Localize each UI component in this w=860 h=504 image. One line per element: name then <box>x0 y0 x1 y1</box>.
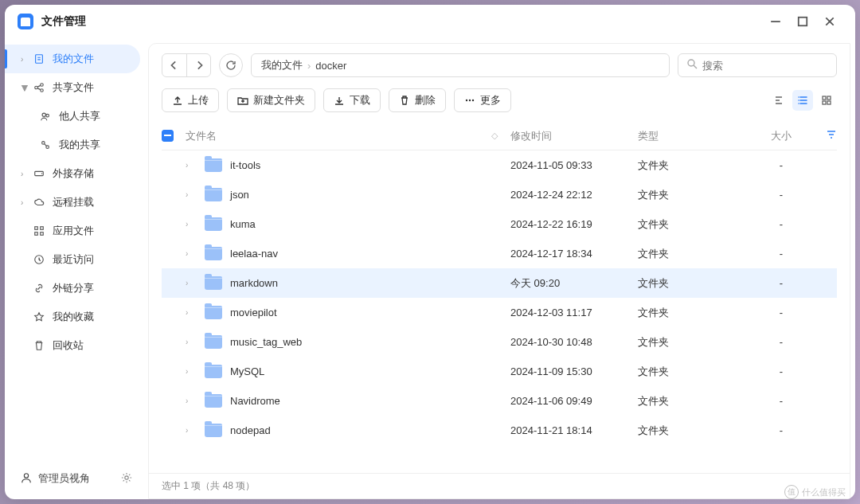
file-type: 文件夹 <box>638 306 749 320</box>
file-name: it-tools <box>230 159 260 171</box>
chevron-right-icon: › <box>186 367 198 376</box>
app-window: 文件管理 ›我的文件⯆共享文件他人共享我的共享›外接存储›远程挂载应用文件最近访… <box>5 5 855 499</box>
chevron-right-icon: › <box>186 249 198 258</box>
new-folder-button[interactable]: 新建文件夹 <box>227 88 315 112</box>
svg-point-9 <box>46 114 49 117</box>
hdd-icon <box>32 168 46 179</box>
svg-rect-16 <box>35 232 38 236</box>
svg-rect-27 <box>827 96 831 100</box>
upload-button[interactable]: 上传 <box>162 88 219 112</box>
svg-point-13 <box>41 173 42 174</box>
sidebar-item-9[interactable]: 我的收藏 <box>5 303 148 331</box>
file-mtime: 今天 09:20 <box>510 276 638 291</box>
file-mtime: 2024-12-03 11:17 <box>510 307 638 318</box>
file-name: MySQL <box>230 365 264 377</box>
download-button[interactable]: 下载 <box>323 88 381 112</box>
column-size[interactable]: 大小 <box>749 129 813 143</box>
back-button[interactable] <box>162 54 186 76</box>
search-box[interactable] <box>678 53 837 77</box>
svg-rect-26 <box>823 96 826 100</box>
list-view-button[interactable] <box>792 90 813 111</box>
select-all-checkbox[interactable] <box>162 130 174 142</box>
sidebar-item-label: 我的共享 <box>59 138 100 152</box>
table-row[interactable]: ›moviepilot2024-12-03 11:17文件夹- <box>162 298 837 327</box>
svg-rect-15 <box>41 227 44 230</box>
sidebar-item-3[interactable]: 我的共享 <box>5 131 148 159</box>
delete-button[interactable]: 删除 <box>389 88 446 112</box>
sidebar-item-6[interactable]: 应用文件 <box>5 217 148 245</box>
file-type: 文件夹 <box>638 247 749 261</box>
chevron-right-icon: › <box>186 426 198 435</box>
minimize-button[interactable] <box>769 15 782 28</box>
folder-icon <box>205 188 222 201</box>
file-mtime: 2024-11-21 18:14 <box>510 424 638 436</box>
folder-icon <box>205 335 222 349</box>
cloud-icon <box>32 197 46 208</box>
column-mtime[interactable]: 修改时间 <box>510 129 638 143</box>
sort-button[interactable] <box>768 90 789 111</box>
file-type: 文件夹 <box>638 188 749 202</box>
sidebar-item-label: 应用文件 <box>53 224 94 238</box>
watermark: 什么值得买 <box>784 485 846 499</box>
sort-icon: ◇ <box>491 131 498 141</box>
sidebar-item-0[interactable]: ›我的文件 <box>5 45 140 73</box>
file-type: 文件夹 <box>638 394 749 408</box>
forward-button[interactable] <box>186 54 210 76</box>
content-panel: 我的文件 › docker 上传 新建文件夹 下载 删除 更多 <box>148 43 850 499</box>
maximize-button[interactable] <box>796 15 809 28</box>
file-size: - <box>749 248 813 260</box>
column-name[interactable]: 文件名◇ <box>186 129 510 143</box>
filter-button[interactable] <box>813 129 837 143</box>
table-row[interactable]: ›kuma2024-12-22 16:19文件夹- <box>162 209 837 239</box>
file-type: 文件夹 <box>638 424 749 438</box>
titlebar: 文件管理 <box>5 5 855 38</box>
user-icon <box>21 472 32 486</box>
sidebar-item-10[interactable]: 回收站 <box>5 331 148 360</box>
sidebar-item-8[interactable]: 外链分享 <box>5 274 148 303</box>
table-row[interactable]: ›nodepad2024-11-21 18:14文件夹- <box>162 416 837 445</box>
chevron-right-icon: › <box>186 220 198 229</box>
table-row[interactable]: ›MySQL2024-11-09 15:30文件夹- <box>162 357 837 386</box>
more-button[interactable]: 更多 <box>454 88 511 112</box>
table-row[interactable]: ›markdown今天 09:20文件夹- <box>162 268 837 298</box>
sidebar-item-1[interactable]: ⯆共享文件 <box>5 73 148 102</box>
file-name: kuma <box>230 218 256 230</box>
sidebar-item-4[interactable]: ›外接存储 <box>5 159 148 188</box>
table-row[interactable]: ›music_tag_web2024-10-30 10:48文件夹- <box>162 327 837 357</box>
svg-rect-14 <box>35 227 38 230</box>
svg-rect-29 <box>827 101 831 104</box>
chevron-right-icon: › <box>186 338 198 346</box>
folder-icon <box>205 394 222 408</box>
close-button[interactable] <box>823 15 836 28</box>
grid-view-button[interactable] <box>816 90 837 111</box>
table-row[interactable]: ›json2024-12-24 22:12文件夹- <box>162 180 837 209</box>
file-size: - <box>749 189 813 201</box>
sidebar-item-label: 最近访问 <box>53 252 94 267</box>
folder-icon <box>205 365 222 378</box>
users-icon <box>38 111 53 122</box>
chevron-right-icon: › <box>186 308 198 317</box>
sidebar-item-5[interactable]: ›远程挂载 <box>5 188 148 217</box>
svg-point-11 <box>46 146 49 149</box>
refresh-button[interactable] <box>219 53 243 77</box>
sidebar-item-7[interactable]: 最近访问 <box>5 245 148 274</box>
sidebar-item-label: 远程挂载 <box>53 195 94 209</box>
sidebar-item-2[interactable]: 他人共享 <box>5 102 148 131</box>
table-row[interactable]: ›Navidrome2024-11-06 09:49文件夹- <box>162 386 837 416</box>
table-row[interactable]: ›it-tools2024-11-05 09:33文件夹- <box>162 150 837 180</box>
trash-icon <box>32 340 46 351</box>
settings-icon[interactable] <box>121 472 132 486</box>
column-type[interactable]: 类型 <box>638 129 749 143</box>
search-input[interactable] <box>702 60 836 72</box>
star-icon <box>32 311 46 322</box>
file-size: - <box>749 307 813 318</box>
sidebar-item-label: 他人共享 <box>59 109 100 123</box>
sidebar-item-label: 共享文件 <box>53 80 94 95</box>
svg-point-7 <box>41 89 44 92</box>
svg-point-10 <box>42 142 45 145</box>
table-row[interactable]: ›leelaa-nav2024-12-17 18:34文件夹- <box>162 239 837 268</box>
breadcrumb[interactable]: 我的文件 › docker <box>251 53 670 77</box>
sidebar-admin-view[interactable]: 管理员视角 <box>5 464 148 493</box>
chevron-right-icon: › <box>186 397 198 405</box>
file-mtime: 2024-10-30 10:48 <box>510 336 638 348</box>
